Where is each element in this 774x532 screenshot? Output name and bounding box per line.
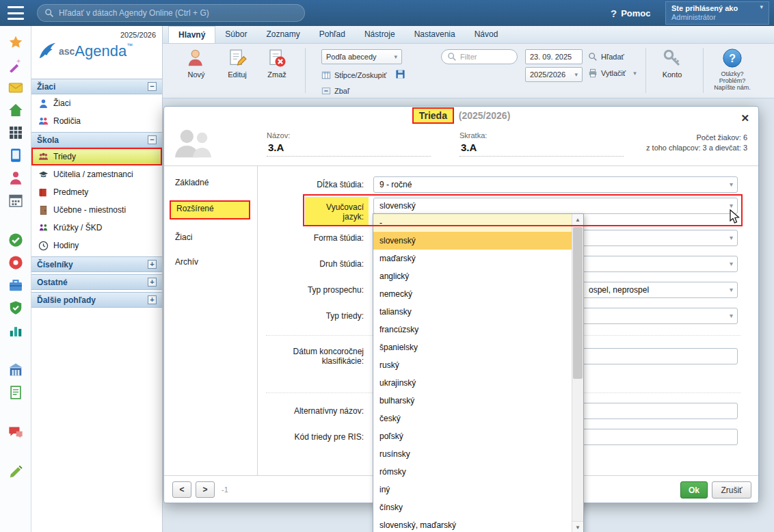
print-button[interactable]: Vytlačiť ▾	[588, 67, 637, 79]
sidebar: 2025/2026 ascAgenda™ Žiaci−ŽiaciRodičiaŠ…	[31, 26, 163, 532]
book-icon[interactable]	[8, 148, 23, 163]
dialog-tab-archiv[interactable]: Archív	[175, 255, 249, 269]
chart-icon[interactable]	[8, 323, 23, 338]
sidebar-section-ziaci[interactable]: Žiaci−	[31, 79, 162, 94]
wand-icon[interactable]	[8, 57, 23, 72]
field-label-druh-studia: Druh štúdia:	[258, 256, 369, 272]
dropdown-option[interactable]: rusínsky	[373, 445, 572, 463]
expand-box-icon[interactable]: +	[148, 260, 157, 269]
dialog-tab-zakladne[interactable]: Základné	[175, 176, 249, 189]
dropdown-option[interactable]: český	[373, 410, 572, 427]
home-icon[interactable]	[8, 103, 23, 118]
sidebar-section-skola[interactable]: Škola−	[31, 132, 162, 148]
scroll-up-icon[interactable]: ▲	[572, 214, 583, 226]
account-button[interactable]: Konto	[654, 48, 691, 79]
close-icon[interactable]: ✕	[740, 112, 749, 124]
logo-feather-icon	[37, 41, 57, 62]
sidebar-item-hodiny[interactable]: Hodiny	[31, 237, 162, 254]
sidebar-section-dalsie-pohlady[interactable]: Ďalšie pohľady+	[31, 292, 162, 308]
dropdown-option[interactable]: maďarský	[373, 250, 572, 267]
record-icon[interactable]	[8, 255, 23, 270]
dialog-tab-ziaci[interactable]: Žiaci	[175, 230, 249, 244]
class-abbr-value[interactable]: 3.A	[459, 139, 624, 157]
menu-tab-nastroje[interactable]: Nástroje	[355, 26, 405, 43]
prev-record-button[interactable]: <	[172, 481, 191, 498]
menu-tab-navod[interactable]: Návod	[465, 26, 508, 43]
contact-help-button[interactable]: ? Otázky? Problém? Napíšte nám.	[710, 48, 755, 91]
sidebar-section-ostatne[interactable]: Ostatné+	[31, 274, 162, 290]
menu-tab-zoznamy[interactable]: Zoznamy	[256, 26, 309, 43]
class-name-value[interactable]: 3.A	[267, 139, 431, 157]
menu-tab-nastavenia[interactable]: Nastavenia	[405, 26, 465, 43]
sort-order-select[interactable]: Podľa abecedy ▾	[321, 49, 402, 64]
timetable-icon[interactable]	[8, 125, 23, 140]
scroll-down-icon[interactable]: ▼	[572, 521, 583, 532]
save-icon[interactable]	[395, 69, 405, 79]
dropdown-option[interactable]: nemecký	[373, 285, 572, 303]
login-status-button[interactable]: Ste prihlásený ako Administrátor ▾	[665, 1, 769, 25]
dropdown-option[interactable]: čínsky	[373, 498, 572, 516]
dropdown-scrollbar[interactable]: ▲ ▼	[572, 214, 583, 532]
dropdown-option[interactable]: francúzsky	[373, 321, 572, 338]
hamburger-menu-icon[interactable]	[8, 6, 24, 20]
collapse-box-icon[interactable]: −	[148, 82, 157, 91]
school-year-select[interactable]: 2025/2026 ▾	[525, 67, 583, 82]
sidebar-item-ucitelia-zamestnanci[interactable]: Učitelia / zamestnanci	[31, 165, 162, 183]
dropdown-option[interactable]: slovenský	[373, 232, 572, 250]
filter-input[interactable]: Filter	[441, 49, 518, 64]
dropdown-option[interactable]: rómsky	[373, 463, 572, 481]
delete-button[interactable]: Zmaž	[258, 48, 295, 79]
document-icon[interactable]	[8, 385, 23, 400]
dropdown-option[interactable]: iný	[373, 481, 572, 498]
expand-box-icon[interactable]: +	[148, 295, 157, 304]
cancel-button[interactable]: Zrušiť	[712, 481, 751, 498]
dropdown-option[interactable]: ruský	[373, 356, 572, 374]
help-button[interactable]: ? Pomoc	[611, 0, 651, 26]
dropdown-option[interactable]: bulharský	[373, 392, 572, 410]
menu-tab-hlavny[interactable]: Hlavný	[168, 26, 215, 43]
sidebar-item-rodicia[interactable]: Rodičia	[31, 112, 162, 130]
sidebar-section-ciselniky[interactable]: Číselníky+	[31, 256, 162, 272]
dropdown-option[interactable]: -	[373, 214, 572, 232]
calendar-icon[interactable]	[8, 193, 23, 208]
pen-icon[interactable]	[8, 464, 23, 479]
columns-group-button[interactable]: Stĺpce/Zoskupiť	[321, 69, 386, 81]
sidebar-item-kruzky-skd[interactable]: Krúžky / ŠKD	[31, 219, 162, 237]
shield-icon[interactable]	[8, 300, 23, 315]
new-button[interactable]: Nový	[178, 48, 215, 79]
dialog-tab-rozsirene[interactable]: Rozšírené	[170, 200, 250, 220]
dropdown-option[interactable]: taliansky	[373, 303, 572, 321]
search-button[interactable]: Hľadať	[588, 51, 624, 63]
school-icon[interactable]	[8, 362, 23, 377]
field-label-alternativny-nazov: Alternatívny názov:	[258, 403, 369, 419]
mail-icon[interactable]	[8, 80, 23, 95]
global-search-input[interactable]: Hľadať v dátach Agendy Online (Ctrl + G)	[37, 4, 305, 22]
scrollbar-thumb[interactable]	[573, 227, 583, 379]
person-icon[interactable]	[8, 170, 23, 185]
dropdown-option[interactable]: ukrajinský	[373, 374, 572, 392]
briefcase-icon[interactable]	[8, 278, 23, 293]
collapse-button[interactable]: Zbaľ	[321, 85, 349, 97]
edit-button[interactable]: Edituj	[219, 48, 256, 79]
star-icon[interactable]	[8, 35, 23, 50]
collapse-box-icon[interactable]: −	[148, 135, 157, 144]
check-circle-icon[interactable]	[8, 232, 23, 248]
dropdown-option[interactable]: slovenský, maďarský	[373, 516, 572, 532]
sidebar-item-ziaci[interactable]: Žiaci	[31, 94, 162, 112]
next-record-button[interactable]: >	[196, 481, 215, 498]
class-people-icon	[172, 127, 215, 164]
select-vyucovaci-jazyk[interactable]: slovenský▾	[373, 198, 738, 214]
chat-icon[interactable]	[8, 425, 23, 440]
menu-tab-pohlad[interactable]: Pohľad	[310, 26, 355, 43]
ok-button[interactable]: Ok	[680, 481, 708, 498]
expand-box-icon[interactable]: +	[148, 278, 157, 287]
select-dlzka-studia[interactable]: 9 - ročné▾	[373, 176, 738, 193]
sidebar-item-predmety[interactable]: Predmety	[31, 183, 162, 201]
dropdown-option[interactable]: poľský	[373, 427, 572, 445]
menu-tab-subor[interactable]: Súbor	[215, 26, 256, 43]
dropdown-option[interactable]: španielsky	[373, 338, 572, 356]
dropdown-option[interactable]: anglický	[373, 267, 572, 285]
sidebar-item-ucebne-miestnosti[interactable]: Učebne - miestnosti	[31, 201, 162, 219]
date-field[interactable]: 23. 09. 2025	[525, 49, 583, 64]
sidebar-item-triedy[interactable]: Triedy	[31, 148, 162, 165]
